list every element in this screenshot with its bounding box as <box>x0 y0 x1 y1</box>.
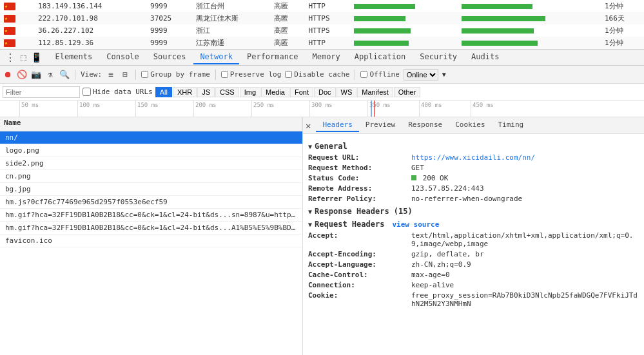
level-cell: 高匿 <box>270 12 304 24</box>
filter-manifest-btn[interactable]: Manifest <box>357 87 393 97</box>
list-view-icon[interactable]: ≡ <box>106 70 116 80</box>
requests-panel: Name nn/ logo.png side2.png cn.png bg.jp… <box>0 117 303 355</box>
request-item-bg[interactable]: bg.jpg <box>0 183 302 196</box>
request-item-hmgif2[interactable]: hm.gif?hca=32FF19DB1A0B2B18&cc=0&ck=1&cl… <box>0 222 302 235</box>
tab-network[interactable]: Network <box>193 50 239 64</box>
filter-css-btn[interactable]: CSS <box>215 87 239 97</box>
request-item-hmgif1[interactable]: hm.gif?hca=32FF19DB1A0B2B18&cc=0&ck=1&cl… <box>0 209 302 222</box>
request-url-label: Request URL: <box>308 153 411 162</box>
filter-input[interactable] <box>3 86 80 98</box>
ip-cell: 222.170.101.98 <box>34 12 146 24</box>
duration-cell: 1分钟 <box>601 24 644 37</box>
filter-ws-btn[interactable]: WS <box>337 87 357 97</box>
location-cell: 江苏南通 <box>192 37 271 49</box>
record-icon[interactable]: ⏺ <box>3 70 13 80</box>
group-by-frame-checkbox[interactable]: Group by frame <box>141 70 210 79</box>
tab-performance[interactable]: Performance <box>240 50 304 64</box>
camera-icon[interactable]: 📷 <box>31 70 41 80</box>
location-cell: 黑龙江佳木斯 <box>192 12 271 24</box>
protocol-cell: HTTP <box>304 0 349 12</box>
general-section-title[interactable]: ▼ General <box>308 142 639 151</box>
filter-js-btn[interactable]: JS <box>197 87 215 97</box>
search-icon[interactable]: 🔍 <box>59 70 70 80</box>
devtools-menu-icon[interactable]: ⋮ <box>3 52 18 64</box>
offline-checkbox[interactable]: Offline <box>360 70 399 79</box>
request-item-nn[interactable]: nn/ <box>0 131 302 144</box>
request-item-favicon[interactable]: favicon.ico <box>0 235 302 247</box>
detail-tab-preview[interactable]: Preview <box>359 119 402 132</box>
request-url-link[interactable]: https://www.xicidaili.com/nn/ <box>411 153 535 162</box>
bar2-cell <box>458 12 601 24</box>
request-item-logo[interactable]: logo.png <box>0 144 302 157</box>
request-item-cn[interactable]: cn.png <box>0 170 302 183</box>
detail-tab-response[interactable]: Response <box>402 119 449 132</box>
detail-tab-cookies[interactable]: Cookies <box>449 119 491 132</box>
timeline-bar: 50 ms 100 ms 150 ms 200 ms 250 ms 300 ms… <box>0 101 644 117</box>
throttle-down-icon[interactable]: ▼ <box>442 71 446 78</box>
filter-all-btn[interactable]: All <box>155 87 172 97</box>
device-icon[interactable]: 📱 <box>28 52 44 62</box>
level-cell: 高匿 <box>270 37 304 49</box>
tab-sources[interactable]: Sources <box>147 50 193 64</box>
accept-encoding-row: Accept-Encoding: gzip, deflate, br <box>308 250 639 258</box>
tab-elements[interactable]: Elements <box>48 50 99 64</box>
protocol-cell: HTTP <box>304 37 349 49</box>
table-row: 112.85.129.36 9999 江苏南通 高匿 HTTP 1分钟 <box>0 37 644 49</box>
throttle-select[interactable]: Online <box>404 69 438 81</box>
status-code-row: Status Code: 200 OK <box>308 174 639 182</box>
ip-cell: 36.26.227.102 <box>34 24 146 37</box>
detail-tab-headers[interactable]: Headers <box>316 119 358 132</box>
filter-font-btn[interactable]: Font <box>290 87 313 97</box>
filter-xhr-btn[interactable]: XHR <box>173 87 197 97</box>
close-details-button[interactable]: ✕ <box>306 120 311 131</box>
group-by-frame-input[interactable] <box>141 71 148 78</box>
accept-label: Accept: <box>308 231 411 248</box>
view-source-link[interactable]: view source <box>392 220 439 229</box>
filter-media-btn[interactable]: Media <box>261 87 289 97</box>
request-item-hmjs[interactable]: hm.js?0cf76c77469e965d2957f0553e6ecf59 <box>0 196 302 209</box>
detail-tab-timing[interactable]: Timing <box>492 119 531 132</box>
location-cell: 浙江 <box>192 24 271 37</box>
large-view-icon[interactable]: ⊟ <box>120 70 130 80</box>
accept-row: Accept: text/html,application/xhtml+xml,… <box>308 231 639 248</box>
cache-control-row: Cache-Control: max-age=0 <box>308 271 639 279</box>
filter-other-btn[interactable]: Other <box>394 87 421 97</box>
filter-type-buttons: All XHR JS CSS Img Media Font Doc WS Man… <box>155 87 421 97</box>
filter-doc-btn[interactable]: Doc <box>314 87 336 97</box>
request-headers-triangle-icon: ▼ <box>308 221 312 228</box>
hide-data-urls-input[interactable] <box>83 88 91 96</box>
cookie-value: free_proxy_session=RAb7B0kiD3NlcNpb25faW… <box>411 291 639 308</box>
response-headers-section-title[interactable]: ▼ Response Headers (15) <box>308 207 639 216</box>
offline-input[interactable] <box>360 71 367 78</box>
cn-flag-icon <box>4 27 15 35</box>
preserve-log-checkbox[interactable]: Preserve log <box>221 70 281 79</box>
request-method-label: Request Method: <box>308 164 411 172</box>
tab-audits[interactable]: Audits <box>465 50 505 64</box>
devtools-tabs-bar: ⋮ ⬚ 📱 Elements Console Sources Network P… <box>0 49 644 66</box>
filter-img-btn[interactable]: Img <box>240 87 260 97</box>
toolbar-separator3 <box>215 70 216 80</box>
duration-cell: 1分钟 <box>601 0 644 12</box>
protocol-cell: HTTPS <box>304 24 349 37</box>
bar2-cell <box>458 37 601 49</box>
cn-flag-icon <box>4 3 15 10</box>
preserve-log-input[interactable] <box>221 71 228 78</box>
port-cell: 37025 <box>146 12 191 24</box>
cookie-label: Cookie: <box>308 291 411 308</box>
filter-icon[interactable]: ⚗ <box>45 70 55 80</box>
tab-security[interactable]: Security <box>413 50 463 64</box>
request-headers-section-title[interactable]: ▼ Request Headers view source <box>308 220 639 229</box>
tick-400ms: 400 ms <box>419 101 442 117</box>
inspect-icon[interactable]: ⬚ <box>18 52 28 62</box>
request-item-side2[interactable]: side2.png <box>0 157 302 170</box>
tab-memory[interactable]: Memory <box>306 50 346 64</box>
clear-icon[interactable]: 🚫 <box>17 70 27 80</box>
hide-data-urls-checkbox[interactable]: Hide data URLs <box>83 88 153 96</box>
tab-application[interactable]: Application <box>348 50 412 64</box>
tab-console[interactable]: Console <box>100 50 146 64</box>
disable-cache-checkbox[interactable]: Disable cache <box>285 70 349 79</box>
remote-address-label: Remote Address: <box>308 184 411 193</box>
referrer-policy-row: Referrer Policy: no-referrer-when-downgr… <box>308 195 639 203</box>
disable-cache-input[interactable] <box>285 71 292 78</box>
bar1-cell <box>350 37 458 49</box>
